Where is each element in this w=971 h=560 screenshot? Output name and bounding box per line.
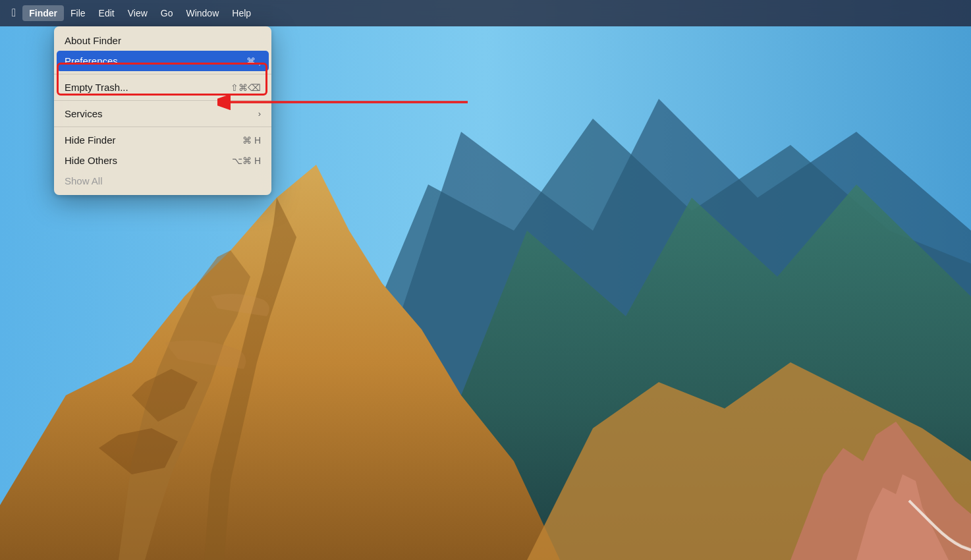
menubar-file[interactable]: File xyxy=(64,5,92,21)
menu-item-preferences-shortcut: ⌘ , xyxy=(246,56,261,67)
menu-item-hide-others[interactable]: Hide Others ⌥⌘ H xyxy=(54,150,271,171)
menubar-view[interactable]: View xyxy=(121,5,154,21)
menubar-window[interactable]: Window xyxy=(179,5,225,21)
divider-1 xyxy=(54,74,271,74)
menubar-go[interactable]: Go xyxy=(154,5,180,21)
menu-item-services[interactable]: Services › xyxy=(54,103,271,124)
menu-item-hide-finder-label: Hide Finder xyxy=(65,134,116,146)
menu-item-show-all[interactable]: Show All xyxy=(54,171,271,191)
menu-item-about-finder[interactable]: About Finder xyxy=(54,30,271,51)
menu-item-hide-finder-shortcut: ⌘ H xyxy=(242,135,261,146)
divider-3 xyxy=(54,126,271,127)
menu-item-hide-others-shortcut: ⌥⌘ H xyxy=(232,155,261,166)
menu-item-empty-trash[interactable]: Empty Trash... ⇧⌘⌫ xyxy=(54,77,271,98)
menubar-finder[interactable]: Finder xyxy=(22,5,64,21)
divider-2 xyxy=(54,100,271,101)
menu-item-services-label: Services xyxy=(65,108,103,119)
finder-dropdown-menu: About Finder Preferences... ⌘ , Empty Tr… xyxy=(54,26,271,195)
menu-item-empty-trash-shortcut: ⇧⌘⌫ xyxy=(231,82,261,93)
menu-item-hide-finder[interactable]: Hide Finder ⌘ H xyxy=(54,130,271,150)
menubar-edit[interactable]: Edit xyxy=(92,5,121,21)
menu-item-about-finder-label: About Finder xyxy=(65,35,121,46)
menu-item-preferences[interactable]: Preferences... ⌘ , xyxy=(57,51,269,71)
menubar:  Finder File Edit View Go Window Help xyxy=(0,0,971,26)
menu-item-empty-trash-label: Empty Trash... xyxy=(65,82,128,93)
menubar-help[interactable]: Help xyxy=(225,5,258,21)
menu-item-hide-others-label: Hide Others xyxy=(65,155,117,166)
apple-menu[interactable]:  xyxy=(5,4,22,22)
menu-item-show-all-label: Show All xyxy=(65,175,103,186)
menu-item-preferences-label: Preferences... xyxy=(65,55,126,67)
chevron-right-icon: › xyxy=(258,109,261,119)
